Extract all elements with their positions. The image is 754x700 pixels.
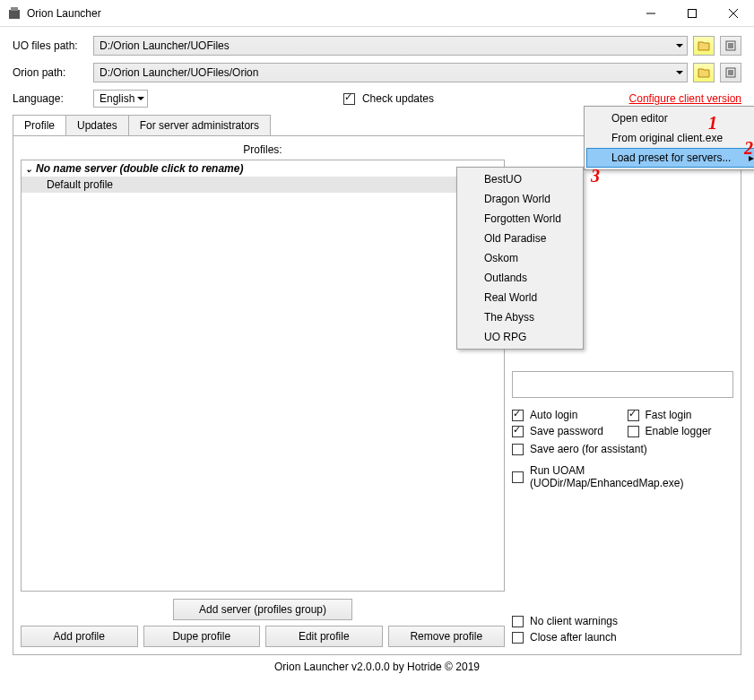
dropdown-arrow-icon — [676, 66, 683, 79]
auto-login-label: Auto login — [530, 409, 577, 421]
dropdown-arrow-icon — [676, 39, 683, 52]
svg-rect-3 — [689, 9, 697, 17]
preset-item[interactable]: Forgotten World — [459, 209, 581, 229]
right-panel-box — [512, 371, 733, 398]
fast-login-checkbox[interactable] — [628, 410, 639, 421]
orion-path-input[interactable]: D:/Orion Launcher/UOFiles/Orion — [93, 63, 688, 82]
preset-item[interactable]: UO RPG — [459, 327, 581, 347]
close-after-launch-checkbox[interactable] — [512, 632, 524, 644]
dropdown-arrow-icon — [137, 92, 144, 105]
svg-rect-0 — [9, 10, 20, 19]
orion-path-open-button[interactable] — [720, 63, 741, 82]
profiles-tree[interactable]: ⌄ No name server (double click to rename… — [21, 160, 505, 592]
enable-logger-label: Enable logger — [646, 425, 712, 437]
save-password-label: Save password — [530, 425, 603, 437]
run-uoam-checkbox[interactable] — [512, 471, 524, 483]
app-icon — [7, 6, 22, 21]
profile-label: Default profile — [47, 178, 113, 191]
add-profile-button[interactable]: Add profile — [21, 626, 138, 647]
save-password-checkbox[interactable] — [512, 426, 524, 437]
remove-profile-button[interactable]: Remove profile — [388, 626, 506, 647]
language-value: English — [100, 92, 134, 105]
uo-path-browse-button[interactable] — [693, 36, 715, 56]
tab-profile[interactable]: Profile — [13, 115, 66, 135]
preset-item[interactable]: Old Paradise — [459, 229, 581, 248]
preset-item[interactable]: Dragon World — [459, 189, 581, 209]
orion-path-value: D:/Orion Launcher/UOFiles/Orion — [100, 66, 258, 79]
language-select[interactable]: English — [93, 90, 148, 108]
menu-open-editor[interactable]: Open editor — [586, 108, 754, 128]
check-updates-checkbox[interactable] — [343, 93, 355, 105]
svg-rect-9 — [728, 70, 733, 75]
close-button[interactable] — [713, 0, 754, 27]
annotation-3: 3 — [591, 166, 600, 186]
configure-client-link[interactable]: Configure client version — [629, 92, 741, 105]
tab-updates[interactable]: Updates — [65, 115, 129, 135]
annotation-2: 2 — [744, 138, 753, 159]
preset-item[interactable]: The Abyss — [459, 307, 581, 327]
no-client-warnings-label: No client warnings — [530, 615, 618, 627]
collapse-icon[interactable]: ⌄ — [25, 164, 32, 174]
add-server-button[interactable]: Add server (profiles group) — [173, 599, 352, 620]
tab-content: Profiles: ⌄ No name server (double click… — [13, 135, 741, 655]
fast-login-label: Fast login — [646, 409, 692, 421]
dupe-profile-button[interactable]: Dupe profile — [143, 626, 261, 647]
menu-from-original[interactable]: From original client.exe — [586, 128, 754, 148]
language-label: Language: — [13, 92, 88, 105]
enable-logger-checkbox[interactable] — [628, 426, 639, 437]
maximize-button[interactable] — [672, 0, 713, 27]
preset-item[interactable]: Real World — [459, 288, 581, 307]
profiles-heading: Profiles: — [21, 143, 505, 156]
footer-text: Orion Launcher v2.0.0.0 by Hotride © 201… — [13, 655, 741, 678]
check-updates-label: Check updates — [362, 92, 434, 105]
auto-login-checkbox[interactable] — [512, 410, 524, 421]
server-node[interactable]: ⌄ No name server (double click to rename… — [22, 160, 504, 177]
preset-item[interactable]: Oskom — [459, 248, 581, 268]
menu-load-preset[interactable]: Load preset for servers... ▸ — [586, 148, 754, 168]
run-uoam-label: Run UOAM (UODir/Map/EnhancedMap.exe) — [530, 464, 733, 489]
no-client-warnings-checkbox[interactable] — [512, 616, 524, 627]
orion-path-browse-button[interactable] — [693, 63, 715, 82]
uo-path-input[interactable]: D:/Orion Launcher/UOFiles — [93, 36, 688, 56]
orion-path-label: Orion path: — [13, 66, 88, 79]
server-header-label: No name server (double click to rename) — [36, 162, 243, 175]
profile-node[interactable]: Default profile — [22, 177, 504, 193]
svg-rect-7 — [728, 43, 733, 48]
save-aero-checkbox[interactable] — [512, 444, 524, 455]
annotation-1: 1 — [708, 113, 717, 134]
uo-path-open-button[interactable] — [720, 36, 741, 56]
configure-context-menu: Open editor From original client.exe Loa… — [584, 106, 754, 170]
save-aero-label: Save aero (for assistant) — [530, 443, 647, 455]
window-title: Orion Launcher — [27, 7, 630, 20]
uo-path-label: UO files path: — [13, 39, 88, 52]
tab-admins[interactable]: For server administrators — [128, 115, 271, 135]
minimize-button[interactable] — [630, 0, 672, 27]
titlebar: Orion Launcher — [0, 0, 754, 27]
close-after-launch-label: Close after launch — [530, 631, 617, 644]
preset-item[interactable]: BestUO — [459, 169, 581, 189]
server-presets-menu: BestUO Dragon World Forgotten World Old … — [456, 167, 584, 350]
preset-item[interactable]: Outlands — [459, 268, 581, 288]
uo-path-value: D:/Orion Launcher/UOFiles — [100, 39, 230, 52]
svg-rect-1 — [11, 7, 18, 11]
edit-profile-button[interactable]: Edit profile — [265, 626, 383, 647]
